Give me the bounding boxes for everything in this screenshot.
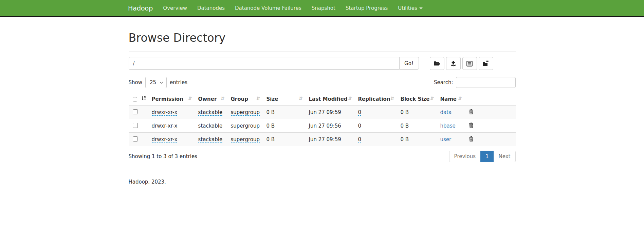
select-chevron-icon [160,81,163,84]
owner-value[interactable]: stackable [198,123,223,129]
header-actions [465,93,516,105]
trash-icon [469,137,474,143]
header-group-label: Group [231,96,248,102]
block-size-value: 0 B [401,136,409,143]
delete-button[interactable] [468,135,474,143]
block-size-value: 0 B [401,123,409,129]
sort-both-icon: ⇵ [390,96,394,101]
header-replication[interactable]: Replication⇵ [355,93,398,105]
permission-value[interactable]: drwxr-xr-x [152,123,178,129]
brand-hadoop[interactable]: Hadoop [126,4,158,12]
page-size-select[interactable]: 25 [145,77,167,88]
list-icon [466,61,473,67]
sort-both-icon: ⇵ [430,96,434,101]
nav-links: Overview Datanodes Datanode Volume Failu… [158,0,428,16]
permission-value[interactable]: drwxr-xr-x [152,109,178,116]
open-folder-icon [434,61,440,67]
table-controls: Show 25 entries Search: [129,77,516,88]
directory-link[interactable]: user [440,136,452,143]
go-button[interactable]: Go! [399,57,419,70]
entries-label: entries [170,79,187,86]
header-group[interactable]: Group⇵ [228,93,264,105]
sort-both-icon: ⇵ [458,96,462,101]
footer-divider [129,172,516,172]
navbar: Hadoop Overview Datanodes Datanode Volum… [0,0,644,17]
search-label: Search: [434,79,453,86]
group-value[interactable]: supergroup [231,123,260,129]
divider [129,51,516,52]
nav-item-utilities[interactable]: Utilities [393,0,427,16]
header-select-all[interactable] [129,93,149,105]
header-size[interactable]: Size⇵ [264,93,306,105]
row-checkbox[interactable] [133,136,138,142]
directory-link[interactable]: data [440,109,452,115]
permission-value[interactable]: drwxr-xr-x [152,136,178,143]
footer-text: Hadoop, 2023. [129,179,516,185]
delete-button[interactable] [468,108,474,116]
sort-both-icon: ⇵ [256,96,260,101]
last-modified-value: Jun 27 09:56 [309,123,341,129]
table-header-row: Permission⇵ Owner⇵ Group⇵ Size⇵ Last Mod… [129,93,516,105]
upload-icon [450,60,457,67]
header-name[interactable]: Name⇵ [438,93,465,105]
nav-item-utilities-label: Utilities [398,5,417,11]
row-checkbox[interactable] [133,123,138,128]
nav-item-snapshot[interactable]: Snapshot [307,0,341,16]
sort-both-icon: ⇵ [221,96,225,101]
sort-both-icon: ⇵ [188,96,192,101]
owner-value[interactable]: stackable [198,136,223,143]
header-owner[interactable]: Owner⇵ [196,93,228,105]
nav-item-startup-progress[interactable]: Startup Progress [341,0,393,16]
delete-button[interactable] [468,122,474,130]
pagination: Previous 1 Next [449,151,516,162]
owner-value[interactable]: stackable [198,109,223,116]
nav-item-datanodes[interactable]: Datanodes [192,0,230,16]
table-row: drwxr-xr-x stackable supergroup 0 B Jun … [129,105,516,119]
header-block-size[interactable]: Block Size⇵ [398,93,438,105]
header-replication-label: Replication [358,96,390,102]
directory-link[interactable]: hbase [440,123,456,129]
pagination-page-1[interactable]: 1 [480,151,494,162]
path-input[interactable] [129,57,399,70]
row-checkbox[interactable] [133,109,138,114]
header-name-label: Name [440,96,457,102]
header-permission-label: Permission [152,96,183,102]
nav-item-datanode-volume-failures[interactable]: Datanode Volume Failures [230,0,307,16]
last-modified-value: Jun 27 09:59 [309,136,341,143]
file-info-button[interactable] [462,57,477,70]
sort-both-icon: ⇵ [348,96,352,101]
group-value[interactable]: supergroup [231,109,260,116]
header-size-label: Size [266,96,278,102]
replication-value[interactable]: 0 [358,109,362,116]
table-row: drwxr-xr-x stackable supergroup 0 B Jun … [129,119,516,133]
search-input[interactable] [456,77,516,88]
header-block-size-label: Block Size [401,96,430,102]
sort-both-icon: ⇵ [299,96,303,101]
header-permission[interactable]: Permission⇵ [149,93,196,105]
header-last-modified[interactable]: Last Modified⇵ [306,93,355,105]
create-directory-button[interactable] [430,57,444,70]
replication-value[interactable]: 0 [358,123,362,129]
select-all-checkbox[interactable] [133,97,137,102]
header-owner-label: Owner [198,96,217,102]
pagination-next[interactable]: Next [494,151,516,162]
upload-files-button[interactable] [446,57,461,70]
trash-icon [469,124,474,129]
entries-summary: Showing 1 to 3 of 3 entries [129,151,197,159]
trash-icon [469,110,474,115]
group-value[interactable]: supergroup [231,136,260,143]
table-row: drwxr-xr-x stackable supergroup 0 B Jun … [129,133,516,146]
size-value: 0 B [266,136,275,143]
header-last-modified-label: Last Modified [309,96,348,102]
size-value: 0 B [266,109,275,115]
pagination-previous[interactable]: Previous [449,151,481,162]
show-label: Show [129,79,142,86]
page-title: Browse Directory [129,31,516,44]
replication-value[interactable]: 0 [358,136,362,143]
cut-paste-button[interactable] [479,57,493,70]
chevron-down-icon [419,7,423,9]
nav-item-overview[interactable]: Overview [158,0,192,16]
last-modified-value: Jun 27 09:59 [309,109,341,115]
path-bar: Go! [129,57,516,70]
move-folder-icon [482,60,489,67]
